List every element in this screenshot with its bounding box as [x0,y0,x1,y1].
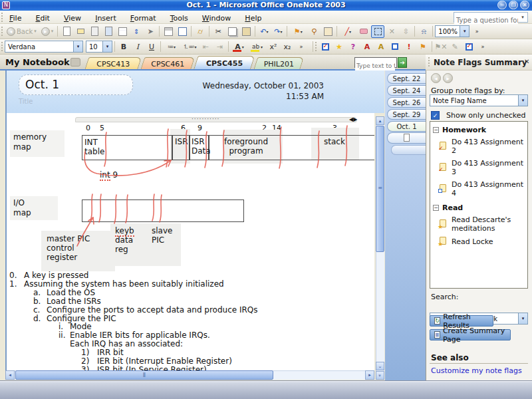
page-list-button[interactable] [116,25,129,38]
menu-edit[interactable]: Edit [31,12,55,23]
group-by-dropdown[interactable]: Note Flag Name [430,94,528,106]
new-notebook-button[interactable] [102,25,115,38]
font-size-combobox[interactable]: 10 [86,41,112,53]
restore-button[interactable] [509,1,518,9]
delete-button[interactable]: ✕ [385,25,398,38]
copy-button[interactable] [225,25,239,38]
page-tab-sept29[interactable]: Sept. 29 [387,109,426,120]
menu-insert[interactable]: Insert [90,12,122,23]
font-color-button[interactable]: A▾ [231,41,248,53]
question-flag-button[interactable]: ? [346,41,360,53]
ruler-number-5[interactable]: 5 [100,124,104,132]
definition-flag-button[interactable]: A [374,41,388,53]
custom-flag-2-button[interactable]: ! [402,41,416,53]
list-item[interactable]: a.Load the OS [5,289,368,297]
menu-file[interactable]: File [4,12,27,23]
bullets-button[interactable]: ≔▾ [163,41,180,53]
slave-pic-label[interactable]: slave PIC [152,226,172,245]
notebook-title[interactable]: My Notebook [5,57,70,67]
menu-tools[interactable]: Tools [165,12,194,23]
increase-indent-button[interactable]: ⇥ [213,41,226,53]
flag-item[interactable]: Do 413 Assignment 4 [430,178,527,200]
search-button[interactable]: ⌭ [194,25,207,38]
list-item[interactable]: 0.A key is pressed [5,271,368,280]
notes-outline[interactable]: 0.A key is pressed 1.Assuming the system… [5,271,368,374]
checked-checkbox-icon[interactable] [431,111,440,120]
subscript-button[interactable]: x₂ [281,41,294,53]
horizontal-scrollbar-thumb[interactable] [15,370,273,380]
chevron-down-icon[interactable] [519,13,527,21]
ruler-number-9[interactable]: 9 [198,124,202,132]
refresh-results-button[interactable]: Refresh Results [430,315,493,327]
task-pane-forward-button[interactable] [443,73,453,83]
insert-space-button[interactable]: ⇳ [399,25,412,38]
important-flag-button[interactable]: ★ [332,41,346,53]
selection-tool-button[interactable] [371,25,384,38]
print-preview-button[interactable] [176,25,189,38]
list-item[interactable]: ii.Enable IER bits for applicable IRQs. [5,331,368,340]
menu-window[interactable]: Window [197,12,236,23]
paste-button[interactable] [239,25,253,38]
io-map-rect[interactable] [82,200,244,222]
int9-annotation[interactable]: int 9 [100,170,118,180]
container-drag-handle[interactable] [192,116,219,122]
pen-button[interactable]: ╱▾ [339,25,356,38]
collapse-icon[interactable] [433,205,439,211]
underline-button[interactable]: U [145,41,158,53]
expand-collapse-button[interactable]: ⇕ [130,25,143,38]
scroll-up-button[interactable] [376,116,384,125]
bold-button[interactable]: B [117,41,130,53]
scroll-right-button[interactable] [365,370,374,380]
container-resize-icon[interactable] [349,116,357,122]
remember-flag-button[interactable]: A [360,41,374,53]
custom-flag-3-button[interactable]: ⚑ [416,41,430,53]
page-tab-sept24[interactable]: Sept. 24 [387,85,426,96]
list-item[interactable]: 1.Assuming the system has been suitably … [5,280,368,289]
ruler-number-0[interactable]: 0 [86,124,90,132]
chevron-down-icon[interactable] [518,95,527,106]
undo-button[interactable]: ↶▾ [257,25,271,38]
foreground-program-label[interactable]: foreground program [209,137,283,156]
task-pane-menu-chevron[interactable] [513,59,517,65]
master-pic-label[interactable]: master PIC control register [47,234,90,262]
page-down-button[interactable] [376,371,384,380]
font-name-combobox[interactable]: Verdana [5,41,83,53]
eraser-button[interactable] [357,25,370,38]
keyb-data-reg-label[interactable]: keybdata reg [115,226,134,254]
custom-flag-1-button[interactable] [388,41,402,53]
keep-window-on-top-button[interactable]: ➤ [144,25,157,38]
chevron-down-icon[interactable] [460,26,469,37]
close-button[interactable] [520,1,529,9]
find-go-button[interactable] [398,57,407,68]
page-tab-sept26[interactable]: Sept. 26 [387,97,426,108]
vertical-scrollbar-thumb[interactable] [376,126,384,252]
page-tab-sept22[interactable]: Sept. 22 [387,73,426,84]
list-item[interactable]: c.Configure the ports to accept data and… [5,306,368,315]
back-button[interactable]: ◂ Back ▾ [5,25,39,38]
cut-button[interactable]: ✂ [211,25,225,38]
record-audio-button[interactable]: ⍾ [417,25,430,38]
customize-note-flags-link[interactable]: Customize my note flags [431,366,522,375]
find-input[interactable] [355,62,395,70]
todo-flag-button[interactable]: ✓ [319,41,332,53]
toolbar-options-chevron[interactable]: » [476,41,489,53]
section-tab-cpsc461[interactable]: CPSC461 [140,57,195,70]
page-title[interactable]: Oct. 1 [25,78,59,91]
scroll-down-button[interactable] [376,362,384,370]
section-tab-phil201[interactable]: PHIL201 [253,57,304,70]
menu-format[interactable]: Format [125,12,162,23]
new-side-note-button[interactable] [74,25,87,38]
new-page-button[interactable] [60,25,73,38]
forward-button[interactable]: ▸ ▾ [39,25,56,38]
chevron-down-icon[interactable] [73,41,82,52]
note-flag-button[interactable]: ⚑▾ [289,25,307,38]
remove-flag-button[interactable]: ⚑✕ [434,41,448,53]
toolbar-options-chevron[interactable]: » [295,41,308,53]
collapse-icon[interactable] [433,127,439,133]
toolbar-options-chevron[interactable]: » [470,25,483,38]
numbering-button[interactable]: ⒈≕▾ [181,41,198,53]
create-summary-page-button[interactable]: Create Summary Page [430,329,511,340]
new-page-tab[interactable] [387,132,426,144]
section-tab-cpsc413[interactable]: CPSC413 [84,57,142,70]
notebook-icon[interactable] [70,58,80,66]
